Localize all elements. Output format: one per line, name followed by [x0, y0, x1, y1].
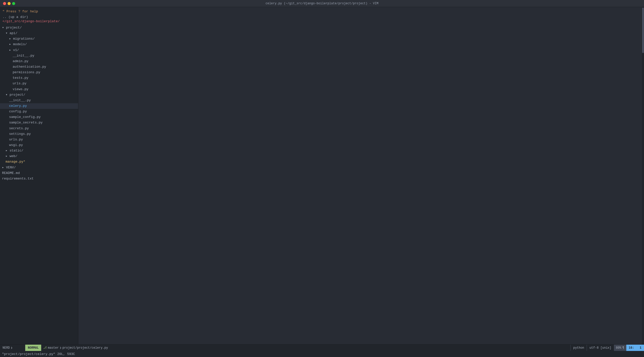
mode-label: NORMAL [28, 346, 39, 350]
status-git: ⎇ master ❯ project/project/celery.py [41, 346, 110, 350]
tree-item-label: requirements.txt [2, 177, 34, 181]
main-area: " Press ? for help .. (up a dir) </git_s… [0, 7, 644, 344]
nerd-label: NERD [3, 346, 10, 350]
tree-item[interactable]: ▸ v1/ [0, 47, 78, 53]
status-encoding: utf-8 [unix] [587, 345, 614, 351]
code-content[interactable] [89, 7, 642, 344]
tree-item[interactable]: authentication.py [0, 64, 78, 70]
line-numbers [78, 7, 89, 344]
window-title: celery.py (~/git_src/django-boilerplate/… [266, 2, 378, 5]
tree-item-label: manage.py* [6, 160, 25, 164]
tree-item[interactable]: ▸ web/ [0, 154, 78, 159]
status-mode: NORMAL [25, 345, 41, 351]
tree-item[interactable]: ▸ static/ [0, 148, 78, 154]
code-area[interactable] [78, 7, 644, 344]
tree-item[interactable]: wsgi.py [0, 142, 78, 148]
scrollbar-thumb[interactable] [642, 8, 644, 53]
tree-item-label: tests.py [13, 76, 28, 80]
tree-item-label: README.md [2, 171, 20, 175]
tree-item-label: ▸ web/ [6, 154, 17, 158]
cmdline-text: "project/project/celery.py" 20L, 593C [2, 352, 75, 356]
tree-item-label: celery.py [9, 104, 27, 108]
sidebar-nav: .. (up a dir) </git_src/django-boilerpla… [0, 14, 78, 25]
tree-item-label: secrets.py [9, 126, 29, 130]
tree-item[interactable]: README.md [0, 170, 78, 176]
tree-item[interactable]: views.py [0, 87, 78, 92]
tree-item-label: urls.py [9, 138, 23, 141]
tree-item[interactable]: requirements.txt [0, 176, 78, 182]
sidebar[interactable]: " Press ? for help .. (up a dir) </git_s… [0, 7, 78, 344]
tree-item-label: ▾ api/ [6, 31, 17, 35]
tree-item[interactable]: ▾ api/ [0, 31, 78, 36]
tree-item[interactable]: __init__.py [0, 53, 78, 59]
encoding-label: utf-8 [unix] [589, 346, 611, 350]
tree-item-label: settings.py [9, 132, 31, 136]
tree-item[interactable]: ▾ project/ [0, 92, 78, 98]
tree-item[interactable]: tests.py [0, 75, 78, 81]
tree-item-label: ▸ migrations/ [9, 37, 35, 41]
tree-item-label: ▸ VENV/ [2, 166, 16, 169]
tree-item[interactable]: sample_config.py [0, 114, 78, 120]
titlebar: celery.py (~/git_src/django-boilerplate/… [0, 0, 644, 7]
tree-item-label: __init__.py [13, 54, 34, 58]
tree-item[interactable]: manage.py* [0, 159, 78, 165]
tree-item[interactable]: __init__.py [0, 98, 78, 103]
editor [78, 7, 644, 344]
scrollbar[interactable] [642, 7, 644, 344]
minimize-button[interactable] [8, 2, 11, 5]
git-branch-name: master [48, 346, 59, 350]
status-filetype: python [570, 345, 587, 351]
tree-item-label: ▸ v1/ [9, 48, 19, 52]
tree-item[interactable]: settings.py [0, 131, 78, 137]
paragraph-icon: ¶ [622, 346, 624, 350]
status-file-path: project/project/celery.py [62, 346, 108, 350]
tree-item[interactable]: permissions.py [0, 70, 78, 75]
tree-item[interactable]: secrets.py [0, 126, 78, 131]
status-lineinfo: 16: 1 [626, 345, 644, 351]
tree-item-label: ▾ project/ [6, 93, 25, 97]
tree-item-label: wsgi.py [9, 143, 23, 147]
filetype-label: python [573, 346, 584, 350]
sidebar-header: " Press ? for help [0, 8, 78, 14]
tree-item-label: sample_secrets.py [9, 121, 43, 124]
tree-item-label: ▾ project/ [2, 26, 22, 30]
tree-item-label: ▸ static/ [6, 149, 23, 152]
nav-root-text: </git_src/django-boilerplate/ [3, 19, 60, 23]
tree-item[interactable]: config.py [0, 109, 78, 114]
tree-item[interactable]: ▸ models/ [0, 42, 78, 47]
nerd-arrow-icon: ❯ [11, 346, 13, 349]
window-controls [3, 2, 15, 5]
status-percent: 80% ¶ [614, 345, 626, 351]
file-tree: ▾ project/▾ api/▸ migrations/▸ models/▸ … [0, 25, 78, 182]
tree-item-label: __init__.py [9, 98, 31, 102]
cmdline: "project/project/celery.py" 20L, 593C [0, 351, 644, 357]
tree-item[interactable]: ▸ VENV/ [0, 165, 78, 170]
tree-item[interactable]: admin.py [0, 59, 78, 64]
tree-item-label: sample_config.py [9, 115, 41, 119]
tree-item-label: ▸ models/ [9, 42, 27, 46]
git-branch-icon: ⎇ [43, 346, 47, 350]
close-button[interactable] [3, 2, 6, 5]
tree-item-label: admin.py [13, 59, 28, 63]
tree-item[interactable]: sample_secrets.py [0, 120, 78, 125]
nav-up-dir[interactable]: .. (up a dir) [3, 15, 76, 19]
maximize-button[interactable] [12, 2, 15, 5]
tree-item[interactable]: ▾ project/ [0, 25, 78, 31]
tree-item[interactable]: ▸ migrations/ [0, 36, 78, 42]
tree-item-label: config.py [9, 110, 27, 113]
tree-item-label: views.py [13, 87, 28, 91]
nav-root-dir: </git_src/django-boilerplate/ [3, 19, 76, 23]
statusbar: NERD ❯ NORMAL ⎇ master ❯ project/project… [0, 344, 644, 351]
git-arrow-icon: ❯ [60, 346, 61, 349]
tree-item[interactable]: urls.py [0, 137, 78, 142]
status-right: python utf-8 [unix] 80% ¶ 16: 1 [570, 345, 644, 351]
status-nerd: NERD ❯ [0, 345, 25, 351]
tree-item-label: urls.py [13, 82, 27, 85]
tree-item-label: authentication.py [13, 65, 46, 69]
tree-item[interactable]: celery.py [0, 103, 78, 109]
line-col-value: 16: 1 [629, 346, 641, 350]
tree-item-label: permissions.py [13, 70, 40, 74]
percent-value: 80% [616, 346, 622, 350]
tree-item[interactable]: urls.py [0, 81, 78, 86]
